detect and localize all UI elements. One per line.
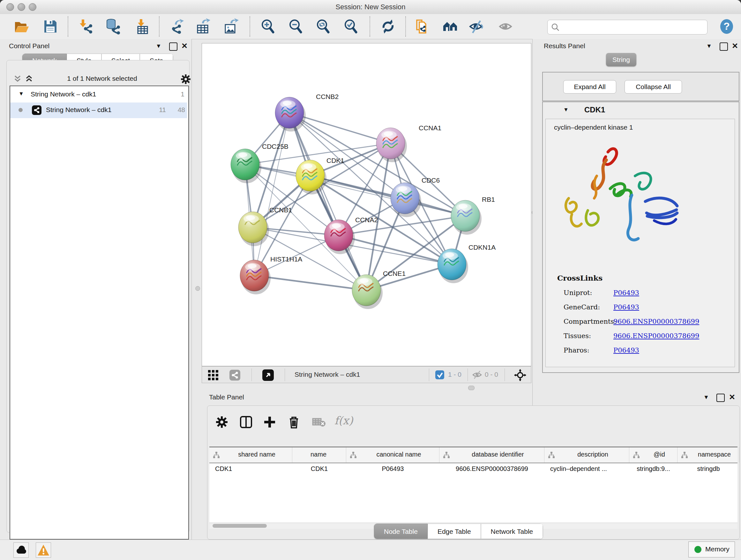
function-builder-icon[interactable]: f(x) [334, 414, 353, 427]
selected-checkbox-icon[interactable] [435, 370, 444, 379]
table-cell[interactable]: P06493 [346, 465, 440, 473]
tab-network-table[interactable]: Network Table [481, 523, 543, 539]
hide-selected-icon[interactable] [468, 18, 485, 35]
search-input[interactable] [562, 21, 703, 32]
column-header-canonical-name[interactable]: canonical name [346, 447, 440, 462]
table-hscrollbar-thumb[interactable] [212, 524, 267, 528]
import-network-database-icon[interactable] [105, 18, 121, 35]
panel-close-icon[interactable]: ✕ [729, 393, 735, 401]
node-CDC25B[interactable] [231, 149, 261, 183]
node-table-box: f(x) shared namenamecanonical namedataba… [207, 406, 740, 540]
node-HIST1H1A[interactable] [240, 260, 271, 294]
column-header-@id[interactable]: @id [629, 447, 677, 462]
expand-all-button[interactable]: Expand All [563, 80, 616, 94]
panel-close-icon[interactable]: ✕ [181, 42, 188, 51]
import-network-file-icon[interactable] [77, 18, 94, 35]
node-RB1[interactable] [451, 200, 482, 235]
panel-close-icon[interactable]: ✕ [732, 42, 738, 51]
edge-CDK1-RB1[interactable] [310, 176, 465, 216]
crosslink-link[interactable]: P06493 [613, 289, 639, 297]
hierarchy-icon [213, 452, 219, 458]
zoom-fit-icon[interactable] [315, 18, 332, 35]
export-table-icon[interactable] [195, 18, 212, 35]
export-image-icon[interactable] [223, 18, 239, 35]
crosslink-link[interactable]: P06493 [613, 303, 639, 311]
refresh-icon[interactable] [380, 18, 396, 35]
tab-node-table[interactable]: Node Table [374, 523, 428, 539]
column-header-description[interactable]: description [544, 447, 629, 462]
table-cell[interactable]: 9606.ENSP00000378699 [440, 465, 544, 473]
network-node-count: 11 [153, 106, 166, 114]
network-row-selected[interactable]: String Network – cdk1 11 48 [10, 103, 187, 118]
hidden-eye-slash-icon[interactable] [472, 370, 482, 379]
table-cell[interactable]: stringdb [677, 465, 739, 473]
column-header-name[interactable]: name [292, 447, 346, 462]
edge-CCNB2-CCNE1[interactable] [289, 113, 366, 290]
section-expander-icon[interactable]: ▼ [563, 107, 569, 113]
panel-float-icon[interactable] [169, 43, 178, 51]
help-button[interactable]: ? [719, 18, 735, 36]
delete-table-icon[interactable] [312, 415, 326, 429]
node-CDK1[interactable] [296, 160, 327, 194]
open-session-icon[interactable] [13, 18, 30, 35]
export-network-icon[interactable] [169, 18, 186, 35]
table-cell[interactable]: CDK1 [292, 465, 346, 473]
panel-float-icon[interactable] [720, 43, 728, 51]
tree-expander-icon[interactable]: ▼ [18, 91, 24, 97]
node-label-CDC25B: CDC25B [262, 143, 288, 150]
panel-float-icon[interactable] [717, 394, 725, 402]
collapse-all-button[interactable]: Collapse All [624, 80, 682, 94]
column-header-shared-name[interactable]: shared name [209, 447, 292, 462]
table-gear-icon[interactable] [214, 415, 229, 429]
collapse-all-chevron-icon[interactable] [13, 75, 22, 83]
zoom-out-icon[interactable] [287, 18, 304, 35]
network-share-view-icon[interactable] [229, 370, 240, 381]
tab-string[interactable]: String [606, 53, 636, 66]
protein-section-header[interactable]: ▼ CDK1 [543, 102, 739, 119]
zoom-in-icon[interactable] [260, 18, 276, 35]
node-CCNA1[interactable] [376, 128, 407, 162]
panel-collapse-icon[interactable]: ▼ [703, 394, 709, 401]
node-CDKN1A[interactable] [437, 249, 468, 283]
network-graph[interactable]: CCNB2CCNA1CDC25BCDK1CDC6RB1CCNB1CCNA2CDK… [202, 44, 531, 366]
table-cell[interactable]: stringdb:9... [629, 465, 677, 473]
table-cell[interactable]: cyclin–dependent ... [544, 465, 629, 473]
tab-edge-table[interactable]: Edge Table [428, 523, 481, 539]
column-header-database-identifier[interactable]: database identifier [440, 447, 544, 462]
left-splitter-grip[interactable] [195, 286, 200, 291]
add-column-icon[interactable] [262, 415, 277, 429]
cloud-button[interactable] [13, 543, 29, 558]
copy-network-icon[interactable] [414, 18, 430, 35]
warning-button[interactable] [36, 543, 51, 558]
birds-eye-crosshair-icon[interactable] [514, 369, 526, 381]
crosslink-label: Uniprot: [563, 289, 592, 297]
import-table-file-icon[interactable] [134, 18, 151, 35]
gear-icon[interactable] [180, 73, 192, 85]
delete-column-icon[interactable] [286, 415, 301, 429]
zoom-selected-icon[interactable] [343, 18, 359, 35]
network-canvas[interactable]: CCNB2CCNA1CDC25BCDK1CDC6RB1CCNB1CCNA2CDK… [202, 43, 531, 366]
node-CCNA2[interactable] [324, 220, 355, 254]
panel-collapse-icon[interactable]: ▼ [156, 43, 161, 50]
crosslink-link[interactable]: 9606.ENSP00000378699 [613, 318, 699, 325]
node-CCNE1[interactable] [352, 274, 383, 309]
node-table[interactable]: shared namenamecanonical namedatabase id… [209, 447, 738, 523]
crosslink-link[interactable]: 9606.ENSP00000378699 [613, 332, 699, 340]
bottom-splitter-grip[interactable] [468, 386, 475, 390]
detach-view-icon[interactable] [262, 369, 274, 381]
panel-collapse-icon[interactable]: ▼ [706, 43, 712, 50]
node-CCNB2[interactable] [275, 97, 306, 132]
expand-all-chevron-icon[interactable] [25, 75, 33, 83]
memory-button[interactable]: Memory [688, 542, 735, 557]
show-all-icon[interactable] [498, 18, 515, 35]
show-columns-icon[interactable] [239, 415, 253, 429]
grid-view-icon[interactable] [208, 370, 219, 381]
network-collection-row[interactable]: ▼ String Network – cdk1 1 [10, 87, 187, 103]
search-box[interactable] [547, 20, 708, 35]
edge-HIST1H1A-CCNE1[interactable] [254, 275, 366, 290]
first-neighbors-icon[interactable] [442, 18, 459, 35]
column-header-namespace[interactable]: namespace [677, 447, 739, 462]
table-cell[interactable]: CDK1 [209, 465, 292, 473]
crosslink-link[interactable]: P06493 [613, 347, 639, 354]
save-session-icon[interactable] [42, 18, 59, 35]
